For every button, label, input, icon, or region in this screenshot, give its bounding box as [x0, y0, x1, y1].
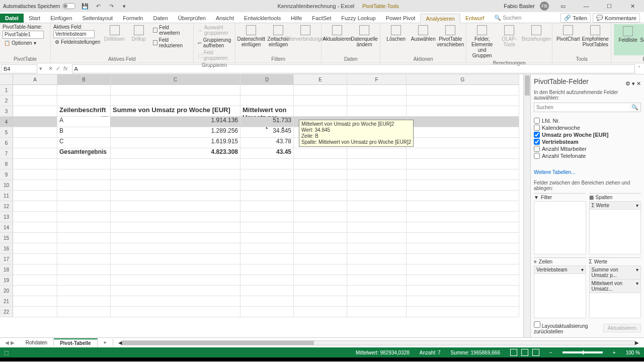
- cell-F2[interactable]: [347, 96, 407, 106]
- refresh-button[interactable]: Aktualisieren: [324, 24, 350, 43]
- cell-A9[interactable]: [13, 169, 57, 180]
- cell-F22[interactable]: [347, 307, 407, 317]
- cell-G6[interactable]: [407, 138, 519, 148]
- ungroup-button[interactable]: ⤺ Gruppierung aufheben: [196, 37, 233, 49]
- cell-C7[interactable]: 4.823.308: [111, 148, 240, 159]
- cell-F21[interactable]: [347, 296, 407, 307]
- columns-drop-area[interactable]: Σ Werte▾: [589, 201, 641, 254]
- defer-layout-checkbox[interactable]: [534, 321, 540, 328]
- cancel-formula-icon[interactable]: ✕: [48, 65, 53, 72]
- ribbon-display-icon[interactable]: ▭: [554, 0, 572, 12]
- cell-E11[interactable]: [294, 191, 347, 201]
- buttons-toggle[interactable]: Schaltflächen +/-: [642, 25, 644, 49]
- cell-D22[interactable]: [240, 307, 294, 317]
- tab-search[interactable]: 🔍 Suchen: [489, 13, 526, 23]
- cell-A18[interactable]: [13, 264, 57, 275]
- maximize-button[interactable]: ☐: [600, 0, 618, 12]
- close-button[interactable]: ✕: [623, 0, 641, 12]
- cell-D8[interactable]: [240, 159, 294, 169]
- cell-B22[interactable]: [57, 307, 111, 317]
- tab-review[interactable]: Überprüfen: [173, 14, 211, 23]
- zoom-in-button[interactable]: +: [613, 350, 616, 355]
- tab-insert[interactable]: Einfügen: [45, 14, 77, 23]
- cell-C18[interactable]: [111, 264, 240, 275]
- cell-D1[interactable]: [240, 85, 294, 96]
- cell-C1[interactable]: [111, 85, 240, 96]
- row-header-13[interactable]: 13: [0, 212, 13, 222]
- tab-fuzzy[interactable]: Fuzzy Lookup: [336, 14, 380, 23]
- cell-B21[interactable]: [57, 296, 111, 307]
- tab-help[interactable]: Hilfe: [286, 14, 307, 23]
- filter-drop-area[interactable]: [534, 201, 586, 254]
- cell-B6[interactable]: C: [57, 138, 111, 148]
- cell-G15[interactable]: [407, 233, 519, 243]
- cell-D20[interactable]: [240, 286, 294, 296]
- save-icon[interactable]: 💾: [82, 3, 89, 10]
- cell-E2[interactable]: [294, 96, 347, 106]
- cell-G13[interactable]: [407, 212, 519, 222]
- tab-developer[interactable]: Entwicklertools: [239, 14, 286, 23]
- cell-B16[interactable]: [57, 243, 111, 254]
- field-item-5[interactable]: Anzahl Telefonate: [534, 152, 641, 159]
- tab-pagelayout[interactable]: Seitenlayout: [77, 14, 118, 23]
- values-pill-1[interactable]: Summe von Umsatz p...▾: [590, 266, 641, 280]
- cell-C15[interactable]: [111, 233, 240, 243]
- more-tables-link[interactable]: Weitere Tabellen...: [534, 169, 641, 175]
- cell-C20[interactable]: [111, 286, 240, 296]
- cell-G3[interactable]: [407, 106, 519, 117]
- column-header-G[interactable]: G: [407, 74, 519, 85]
- cell-A1[interactable]: [13, 85, 57, 96]
- cell-G16[interactable]: [407, 243, 519, 254]
- cell-G19[interactable]: [407, 275, 519, 286]
- field-search-input[interactable]: [534, 103, 629, 112]
- cell-D16[interactable]: [240, 243, 294, 254]
- cell-A19[interactable]: [13, 275, 57, 286]
- cell-F16[interactable]: [347, 243, 407, 254]
- cell-D13[interactable]: [240, 212, 294, 222]
- comments-button[interactable]: 💬 Kommentare: [593, 13, 640, 23]
- cell-B4[interactable]: A: [57, 117, 111, 127]
- values-drop-area[interactable]: Summe von Umsatz p...▾ Mittelwert von Um…: [589, 265, 641, 319]
- cell-F17[interactable]: [347, 254, 407, 264]
- formula-input[interactable]: A: [72, 64, 635, 73]
- columns-pill[interactable]: Σ Werte▾: [590, 202, 641, 210]
- cell-B13[interactable]: [57, 212, 111, 222]
- cell-D14[interactable]: [240, 222, 294, 233]
- datasource-button[interactable]: Datenquelle ändern: [351, 24, 377, 48]
- cell-C17[interactable]: [111, 254, 240, 264]
- row-header-11[interactable]: 11: [0, 191, 13, 201]
- cell-F7[interactable]: [347, 148, 407, 159]
- autosave-toggle[interactable]: [62, 3, 75, 9]
- cell-C8[interactable]: [111, 159, 240, 169]
- cell-A21[interactable]: [13, 296, 57, 307]
- cell-E22[interactable]: [294, 307, 347, 317]
- column-header-B[interactable]: B: [57, 74, 111, 85]
- cell-B7[interactable]: Gesamtergebnis: [57, 148, 111, 159]
- cell-D21[interactable]: [240, 296, 294, 307]
- cell-B1[interactable]: [57, 85, 111, 96]
- cell-E1[interactable]: [294, 85, 347, 96]
- cell-C6[interactable]: 1.619.915: [111, 138, 240, 148]
- cell-D17[interactable]: [240, 254, 294, 264]
- cell-B14[interactable]: [57, 222, 111, 233]
- avatar[interactable]: FB: [540, 2, 549, 11]
- tab-view[interactable]: Ansicht: [211, 14, 239, 23]
- cell-G17[interactable]: [407, 254, 519, 264]
- field-item-3[interactable]: Vertriebsteam: [534, 138, 641, 145]
- tab-powerpivot[interactable]: Power Pivot: [381, 14, 421, 23]
- cell-C2[interactable]: [111, 96, 240, 106]
- expand-formula-icon[interactable]: ˅: [635, 65, 644, 72]
- cell-A3[interactable]: [13, 106, 57, 117]
- field-item-2[interactable]: Umsatz pro Woche [EUR]: [534, 131, 641, 138]
- cell-A7[interactable]: [13, 148, 57, 159]
- fieldsettings-button[interactable]: ⚙ Feldeinstellungen: [53, 39, 102, 45]
- field-item-0[interactable]: Lfd. Nr.: [534, 117, 641, 124]
- cell-D4[interactable]: 51.733: [240, 117, 294, 127]
- cell-G4[interactable]: [407, 117, 519, 127]
- cell-D11[interactable]: [240, 191, 294, 201]
- cell-E12[interactable]: [294, 201, 347, 212]
- row-header-4[interactable]: 4: [0, 117, 13, 127]
- cell-B15[interactable]: [57, 233, 111, 243]
- cell-A20[interactable]: [13, 286, 57, 296]
- cell-A4[interactable]: [13, 117, 57, 127]
